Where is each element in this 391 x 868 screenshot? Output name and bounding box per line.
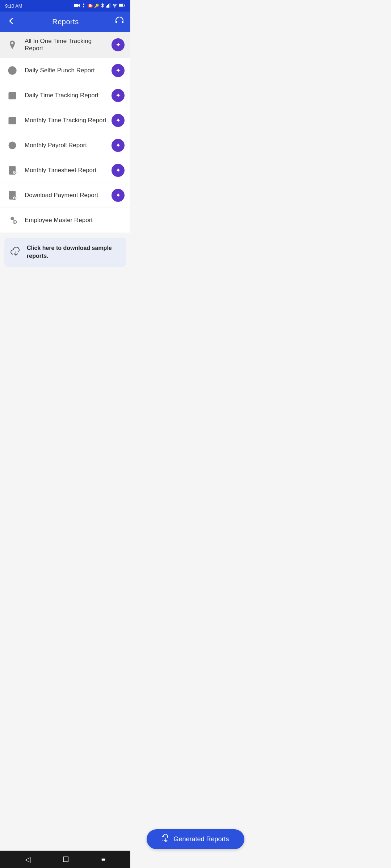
svg-rect-22 (10, 96, 12, 98)
svg-point-7 (114, 7, 115, 8)
star-icon: ✦ (115, 92, 121, 99)
page-title: Reports (52, 18, 79, 26)
rupee-icon: ₹ (6, 189, 19, 202)
sample-banner-text: Click here to download sample reports. (27, 244, 120, 260)
status-time: 9:10 AM (5, 3, 22, 9)
report-item-daily-time[interactable]: Daily Time Tracking Report ✦ (0, 83, 130, 108)
report-item-employee-master[interactable]: Employee Master Report (0, 208, 130, 233)
report-list: All In One Time Tracking Report ✦ Daily … (0, 32, 130, 233)
svg-rect-11 (115, 21, 117, 23)
svg-rect-12 (122, 21, 123, 23)
status-icons: 🔑 (74, 3, 125, 9)
headset-button[interactable] (114, 16, 125, 28)
star-icon: ✦ (115, 167, 121, 174)
star-icon: ✦ (115, 42, 121, 48)
bluetooth-icon (101, 3, 104, 9)
svg-rect-9 (119, 4, 123, 7)
report-item-monthly-time[interactable]: Monthly Time Tracking Report ✦ (0, 108, 130, 133)
employee-icon (6, 214, 19, 227)
star-button-download-payment[interactable]: ✦ (112, 189, 125, 202)
cloud-download-icon (10, 246, 22, 259)
battery-icon (119, 4, 125, 8)
svg-point-2 (89, 4, 92, 7)
report-item-monthly-payroll[interactable]: $ Monthly Payroll Report ✦ (0, 133, 130, 158)
svg-text:$: $ (11, 143, 13, 148)
star-button-all-in-one[interactable]: ✦ (112, 38, 125, 51)
report-name-employee-master: Employee Master Report (25, 217, 125, 224)
star-button-daily-time[interactable]: ✦ (112, 89, 125, 102)
star-button-monthly-time[interactable]: ✦ (112, 114, 125, 127)
dollar-icon: $ (6, 139, 19, 152)
star-button-daily-selfie[interactable]: ✦ (112, 64, 125, 77)
report-item-daily-selfie[interactable]: Daily Selfie Punch Report ✦ (0, 58, 130, 83)
report-item-monthly-timesheet[interactable]: Monthly Timesheet Report ✦ (0, 158, 130, 183)
svg-rect-3 (106, 6, 107, 8)
key-icon: 🔑 (94, 4, 99, 8)
header: Reports (0, 12, 130, 32)
svg-rect-4 (107, 5, 108, 8)
calendar-icon (6, 89, 19, 102)
svg-rect-5 (108, 4, 109, 8)
report-name-daily-time: Daily Time Tracking Report (25, 92, 112, 99)
svg-rect-0 (74, 4, 78, 7)
rec-badge (88, 4, 93, 8)
report-name-monthly-timesheet: Monthly Timesheet Report (25, 167, 112, 174)
report-item-download-payment[interactable]: ₹ Download Payment Report ✦ (0, 183, 130, 208)
svg-point-44 (10, 217, 14, 220)
report-name-daily-selfie: Daily Selfie Punch Report (25, 67, 112, 74)
timesheet-icon (6, 164, 19, 177)
svg-rect-6 (110, 3, 111, 8)
location-icon (6, 38, 19, 51)
report-name-monthly-payroll: Monthly Payroll Report (25, 142, 112, 149)
star-icon: ✦ (115, 142, 121, 149)
report-name-all-in-one: All In One Time Tracking Report (25, 38, 112, 52)
report-item-all-in-one[interactable]: All In One Time Tracking Report ✦ (0, 32, 130, 58)
signal-icon (106, 3, 111, 8)
back-button[interactable] (6, 16, 17, 28)
status-bar: 9:10 AM 🔑 (0, 0, 130, 12)
svg-rect-18 (9, 92, 16, 99)
svg-marker-1 (78, 4, 80, 7)
report-name-download-payment: Download Payment Report (25, 192, 112, 199)
report-name-monthly-time: Monthly Time Tracking Report (25, 117, 112, 124)
star-icon: ✦ (115, 117, 121, 124)
main-content: Click here to download sample reports. (0, 238, 130, 310)
wifi-icon (112, 4, 117, 8)
data-icon (81, 3, 86, 8)
calendar-month-icon (6, 114, 19, 127)
star-icon: ✦ (115, 67, 121, 74)
camera-shutter-icon (6, 64, 19, 77)
star-icon: ✦ (115, 192, 121, 199)
star-button-monthly-payroll[interactable]: ✦ (112, 139, 125, 152)
sample-banner[interactable]: Click here to download sample reports. (4, 238, 126, 267)
star-button-monthly-timesheet[interactable]: ✦ (112, 164, 125, 177)
svg-rect-10 (125, 5, 125, 6)
camera-icon (74, 3, 80, 8)
